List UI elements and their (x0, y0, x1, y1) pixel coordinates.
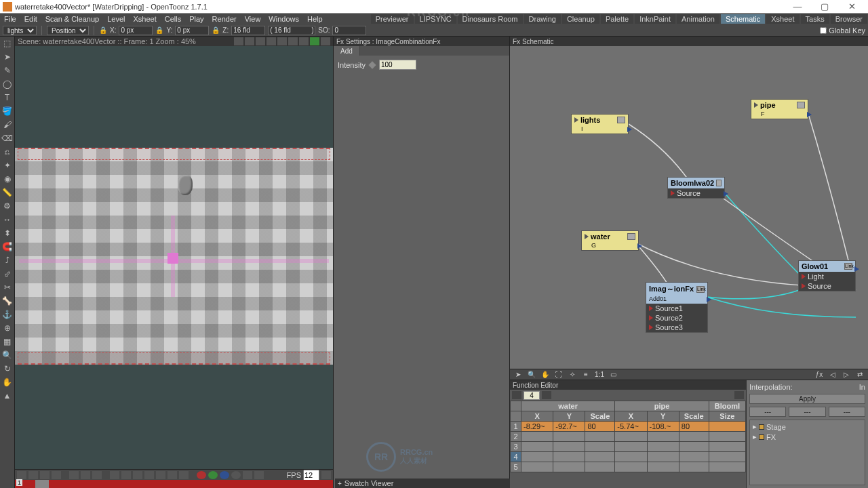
port-icon[interactable] (854, 266, 859, 272)
cp-tool[interactable]: ⚙ (1, 200, 14, 212)
room-browser[interactable]: Browser (831, 14, 867, 24)
type-tool[interactable]: T (1, 92, 14, 104)
group-water[interactable]: water (521, 401, 615, 411)
node-lights[interactable]: lights I (571, 114, 629, 134)
fe-menu-icon[interactable] (734, 391, 744, 399)
pinch-tool[interactable]: ↔ (1, 214, 14, 226)
fps-up-icon[interactable] (321, 471, 331, 479)
node-imgfx-source1[interactable]: Source1 (655, 304, 683, 312)
swap-icon[interactable]: ⇄ (854, 371, 865, 379)
function-spreadsheet[interactable]: water pipe BloomI X Y Scale X Y Scale Si… (510, 401, 746, 472)
next-frame-button[interactable] (167, 471, 177, 479)
port-icon[interactable] (807, 112, 812, 117)
x-input[interactable] (119, 26, 153, 35)
vh-icon-8[interactable] (310, 37, 319, 45)
center-handle[interactable] (167, 253, 178, 264)
geometry-tool[interactable]: ◯ (1, 78, 14, 90)
cell[interactable]: -5.74~ (615, 422, 647, 432)
schematic-canvas[interactable]: lights I pipe F water G BloomIwa02 Sourc… (510, 46, 868, 369)
room-animation[interactable]: Animation (677, 14, 719, 24)
pb-bg-1[interactable] (69, 471, 79, 479)
port-icon[interactable] (637, 243, 642, 249)
menu-edit[interactable]: Edit (20, 15, 41, 23)
level-select[interactable]: lights (3, 26, 37, 35)
pb-option-3[interactable] (40, 471, 50, 479)
pb-bg-2[interactable] (81, 471, 90, 479)
node-imgfx[interactable]: Imag～ionFxLink Add01 Source1 Source2 Sou… (646, 282, 708, 333)
arrow-tool[interactable]: ➤ (1, 51, 14, 63)
group-pipe[interactable]: pipe (615, 401, 709, 411)
node-glow[interactable]: Glow01Link Light Source (798, 260, 856, 291)
pump-tool[interactable]: ⬍ (1, 227, 14, 239)
fx-tab-add[interactable]: Add (334, 46, 360, 56)
row-2[interactable]: 2 (511, 432, 521, 442)
node-glow-source[interactable]: Source (808, 282, 831, 290)
rec-green-icon[interactable] (208, 471, 218, 479)
node-pipe[interactable]: pipe F (751, 99, 808, 119)
node-glow-light[interactable]: Light (808, 272, 824, 281)
vh-icon-4[interactable] (267, 37, 276, 45)
timeline-slider[interactable]: 1 (15, 480, 333, 488)
col-size[interactable]: Size (709, 411, 745, 422)
room-schematic[interactable]: Schematic (721, 14, 765, 24)
node-tag-icon[interactable] (627, 233, 635, 240)
room-drawing[interactable]: Drawing (524, 14, 561, 24)
fwd-icon[interactable]: ▷ (841, 371, 852, 379)
lock-icon-2[interactable]: 🔒 (155, 26, 163, 34)
cell[interactable]: -108.~ (647, 422, 679, 432)
swatch-viewer-header[interactable]: + Swatch Viewer (335, 479, 510, 488)
center-icon[interactable]: ✧ (567, 371, 578, 379)
hook-tool[interactable]: ⚓ (1, 308, 14, 321)
style-tool[interactable]: ✦ (1, 159, 14, 171)
minimize-button[interactable]: — (784, 1, 811, 13)
col-y2[interactable]: Y (647, 411, 679, 422)
menu-play[interactable]: Play (185, 15, 208, 23)
room-dinos[interactable]: Dinosaurs Room (458, 14, 523, 24)
mode-select[interactable]: Position (47, 26, 89, 35)
cutter-tool[interactable]: ✂ (1, 281, 14, 293)
cell[interactable]: -92.7~ (553, 422, 585, 432)
tree-stage[interactable]: Stage (766, 423, 786, 431)
port-icon[interactable] (627, 127, 632, 132)
vh-icon-7[interactable] (299, 37, 309, 45)
play-button[interactable] (144, 471, 154, 479)
last-frame-button[interactable] (179, 471, 189, 479)
tree-fx[interactable]: FX (766, 433, 776, 441)
cell[interactable]: -8.29~ (521, 422, 553, 432)
link-tag[interactable]: Link (696, 286, 705, 293)
cell[interactable]: 80 (585, 422, 615, 432)
room-tasks[interactable]: Tasks (801, 14, 829, 24)
room-palette[interactable]: Palette (601, 14, 633, 24)
menu-windows[interactable]: Windows (264, 15, 303, 23)
menu-render[interactable]: Render (208, 15, 241, 23)
collapse-icon[interactable]: ▲ (1, 390, 14, 402)
node-water[interactable]: water G (581, 230, 639, 251)
lock-icon[interactable]: 🔒 (99, 26, 107, 34)
fe-frame-input[interactable] (524, 391, 540, 400)
pb-option-2[interactable] (28, 471, 38, 479)
ruler-tool[interactable]: 📏 (1, 186, 14, 199)
node-bloom[interactable]: BloomIwa02 Source (667, 177, 725, 199)
new-fx-icon[interactable]: ▭ (608, 371, 618, 379)
select-tool[interactable]: ⬚ (1, 37, 14, 49)
node-bloom-source[interactable]: Source (677, 189, 701, 197)
vh-icon-5[interactable] (277, 37, 287, 45)
menu-xsheet[interactable]: Xsheet (130, 15, 161, 23)
menu-file[interactable]: File (0, 15, 20, 23)
eraser-tool[interactable]: ⌫ (1, 132, 14, 144)
row-3[interactable]: 3 (511, 442, 521, 452)
col-y[interactable]: Y (553, 411, 585, 422)
menu-scan[interactable]: Scan & Cleanup (41, 15, 104, 23)
viewer-canvas[interactable] (15, 46, 333, 469)
rec-blue-icon[interactable] (220, 471, 229, 479)
node-imgfx-source2[interactable]: Source2 (655, 314, 683, 322)
seg-btn-2[interactable]: --- (789, 407, 825, 417)
sel-arrow-icon[interactable]: ➤ (513, 371, 524, 379)
vh-icon-6[interactable] (288, 37, 298, 45)
zoom-icon[interactable]: 🔍 (526, 371, 537, 379)
room-lipsync[interactable]: LIPSYNC (415, 14, 456, 24)
menu-view[interactable]: View (241, 15, 265, 23)
room-inknpaint[interactable]: InknPaint (635, 14, 675, 24)
intensity-input[interactable] (379, 60, 416, 70)
seg-btn-1[interactable]: --- (749, 407, 786, 417)
